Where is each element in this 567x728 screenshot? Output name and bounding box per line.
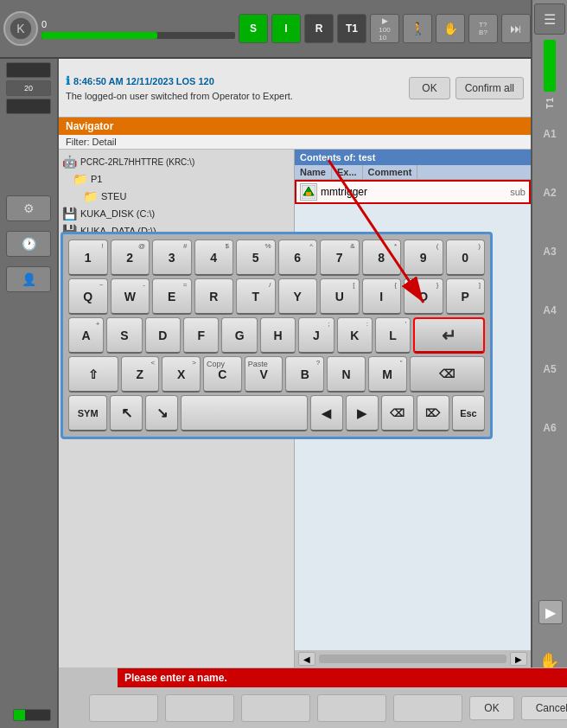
key-t[interactable]: /T bbox=[236, 278, 276, 315]
hand-icon-btn[interactable]: ✋ bbox=[436, 14, 465, 43]
final-ok-button[interactable]: OK bbox=[469, 696, 513, 720]
sidebar-menu-btn[interactable]: ☰ bbox=[534, 3, 565, 35]
key-9[interactable]: (9 bbox=[404, 239, 443, 276]
left-indicator-1 bbox=[6, 62, 51, 78]
key-backspace[interactable]: ⌫ bbox=[410, 356, 485, 393]
navigator-title: Navigator bbox=[66, 120, 113, 132]
keyboard-rows: !1 @2 #3 $4 %5 ^6 &7 *8 (9 )0 ~Q -W =E R… bbox=[68, 239, 485, 431]
key-b[interactable]: ?B bbox=[285, 356, 324, 393]
key-arrow-upleft[interactable]: ↖ bbox=[110, 395, 143, 431]
filter-label: Filter: Detail bbox=[66, 137, 117, 147]
key-3[interactable]: #3 bbox=[152, 239, 192, 276]
key-left[interactable]: ◀ bbox=[310, 395, 343, 431]
key-y[interactable]: Y bbox=[278, 278, 318, 315]
key-p[interactable]: ]P bbox=[446, 278, 486, 315]
key-d[interactable]: D bbox=[145, 317, 181, 354]
key-7[interactable]: &7 bbox=[320, 239, 360, 276]
settings-btn[interactable]: T?B? bbox=[468, 14, 498, 43]
key-s[interactable]: S bbox=[106, 317, 142, 354]
svg-text:K: K bbox=[16, 22, 25, 35]
key-arrow-downright[interactable]: ↘ bbox=[145, 395, 178, 431]
tree-item-robot[interactable]: 🤖 PCRC-2RL7HHTTRE (KRC:\) bbox=[59, 153, 294, 170]
scroll-left-btn[interactable]: ◀ bbox=[298, 652, 315, 666]
key-k[interactable]: :K bbox=[337, 317, 373, 354]
key-z[interactable]: <Z bbox=[121, 356, 160, 393]
sub-label: sub bbox=[510, 187, 526, 197]
navigator-header: Navigator bbox=[59, 118, 531, 135]
skip-btn[interactable]: ⏭ bbox=[501, 14, 531, 43]
key-6[interactable]: ^6 bbox=[278, 239, 318, 276]
timestamp-text: 8:46:50 AM 12/11/2023 LOS 120 bbox=[73, 76, 214, 86]
left-btn-3[interactable]: 👤 bbox=[6, 266, 51, 292]
tree-item-steu[interactable]: 📁 STEU bbox=[59, 188, 294, 205]
key-h[interactable]: H bbox=[260, 317, 296, 354]
ok-button[interactable]: OK bbox=[409, 77, 449, 99]
key-1[interactable]: !1 bbox=[68, 239, 108, 276]
btn-s[interactable]: S bbox=[239, 14, 268, 43]
sidebar-arrow-btn[interactable]: ▶ bbox=[538, 600, 563, 624]
name-input[interactable] bbox=[321, 186, 506, 198]
key-0[interactable]: )0 bbox=[446, 239, 486, 276]
key-5[interactable]: %5 bbox=[236, 239, 276, 276]
key-o-secondary: } bbox=[436, 281, 439, 289]
key-q[interactable]: ~Q bbox=[68, 278, 108, 315]
scroll-right-btn[interactable]: ▶ bbox=[510, 652, 527, 666]
key-g[interactable]: G bbox=[221, 317, 257, 354]
progress-fill bbox=[41, 32, 157, 39]
key-f[interactable]: F bbox=[183, 317, 219, 354]
a4-label: A4 bbox=[543, 304, 556, 316]
key-m[interactable]: "M bbox=[368, 356, 407, 393]
left-btn-1[interactable]: ⚙ bbox=[6, 195, 51, 221]
scroll-track[interactable] bbox=[319, 655, 506, 663]
key-2-secondary: @ bbox=[138, 242, 145, 250]
key-w[interactable]: -W bbox=[111, 278, 150, 315]
tree-item-p1[interactable]: 📁 P1 bbox=[59, 170, 294, 188]
input-row: sub bbox=[295, 180, 531, 204]
key-u-secondary: [ bbox=[353, 281, 354, 289]
key-u[interactable]: [U bbox=[320, 278, 360, 315]
key-del-back[interactable]: ⌫ bbox=[381, 395, 414, 431]
tree-item-p1-label: P1 bbox=[91, 174, 102, 184]
key-a[interactable]: +A bbox=[68, 317, 104, 354]
key-j[interactable]: ;J bbox=[298, 317, 334, 354]
key-l[interactable]: 'L bbox=[375, 317, 411, 354]
final-cancel-button[interactable]: Cancel bbox=[521, 696, 567, 720]
key-del-fwd[interactable]: ⌦ bbox=[417, 395, 449, 431]
btn-i[interactable]: I bbox=[271, 14, 301, 43]
key-i[interactable]: {I bbox=[362, 278, 402, 315]
contents-header: Contents of: test bbox=[295, 150, 531, 165]
key-e[interactable]: =E bbox=[152, 278, 192, 315]
btn-r[interactable]: R bbox=[304, 14, 334, 43]
key-n[interactable]: N bbox=[327, 356, 366, 393]
confirm-all-button[interactable]: Confirm all bbox=[456, 77, 524, 99]
empty-btn-4 bbox=[317, 694, 386, 722]
key-esc[interactable]: Esc bbox=[452, 395, 485, 431]
key-2[interactable]: @2 bbox=[111, 239, 150, 276]
walk-icon: 🚶 bbox=[411, 22, 425, 35]
key-sym[interactable]: SYM bbox=[68, 395, 107, 431]
key-c[interactable]: CopyC bbox=[203, 356, 242, 393]
tree-item-kuka-disk[interactable]: 💾 KUKA_DISK (C:\) bbox=[59, 205, 294, 222]
btn-t1[interactable]: T1 bbox=[337, 14, 366, 43]
kb-row-numbers: !1 @2 #3 $4 %5 ^6 &7 *8 (9 )0 bbox=[68, 239, 485, 276]
key-v[interactable]: PasteV bbox=[245, 356, 284, 393]
key-space[interactable] bbox=[181, 395, 307, 431]
a1-label: A1 bbox=[543, 128, 556, 140]
empty-btn-2 bbox=[165, 694, 234, 722]
scroll-bar-area: ◀ ▶ bbox=[295, 650, 531, 667]
walk-icon-btn[interactable]: 🚶 bbox=[403, 14, 432, 43]
key-r[interactable]: R bbox=[194, 278, 234, 315]
key-right[interactable]: ▶ bbox=[346, 395, 379, 431]
right-sidebar: ☰ T1 A1 A2 A3 A4 A5 A6 ▶ ✋ bbox=[531, 0, 567, 728]
key-8[interactable]: *8 bbox=[362, 239, 402, 276]
key-x[interactable]: >X bbox=[162, 356, 201, 393]
kb-row-zxcv: ⇧ <Z >X CopyC PasteV ?B N "M ⌫ bbox=[68, 356, 485, 393]
key-4[interactable]: $4 bbox=[194, 239, 234, 276]
key-shift[interactable]: ⇧ bbox=[68, 356, 118, 393]
key-o[interactable]: }O bbox=[404, 278, 443, 315]
key-enter[interactable]: ↵ bbox=[413, 317, 485, 354]
left-btn-2[interactable]: 🕐 bbox=[6, 231, 51, 257]
bottom-buttons: OK Cancel bbox=[118, 687, 567, 728]
play-button[interactable]: ▶ 10010 bbox=[370, 14, 399, 43]
key-z-secondary: < bbox=[151, 359, 156, 367]
